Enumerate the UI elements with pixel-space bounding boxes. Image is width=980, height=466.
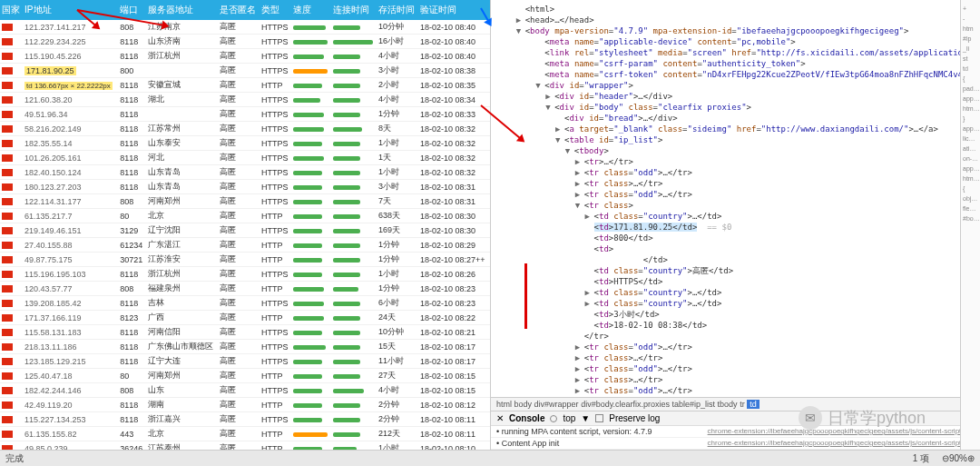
dom-node[interactable]: ▼<div id="wrapper"> [496,80,980,91]
col-header[interactable]: 连接时间 [331,0,377,20]
table-row[interactable]: 58.216.202.1498118江苏常州高匿HTTPS8天18-02-10 … [0,122,490,136]
table-row[interactable]: 121.60.38.208118湖北高匿HTTPS4小时18-02-10 08:… [0,93,490,107]
crumb-item[interactable]: html [496,400,512,409]
dom-node[interactable]: ▼<div id="body" class="clearfix proxies"… [496,102,980,113]
dom-node[interactable]: </tr> [496,331,980,342]
table-row[interactable]: 139.208.185.428118吉林高匿HTTPS6小时18-02-10 0… [0,296,490,311]
dom-node[interactable]: ▶<tr class="odd">…</tr> [496,189,980,200]
dom-node[interactable]: <td>3小时</td> [496,309,980,320]
table-row[interactable]: 49.85.0.23936246江苏泰州高匿HTTP1小时18-02-10 08… [0,441,490,451]
table-row[interactable]: 171.37.166.1198123广西高匿HTTP24天18-02-10 08… [0,311,490,325]
dom-node[interactable]: <td>HTTPS</td> [496,276,980,287]
dom-node[interactable]: <td> [496,243,980,254]
styles-sidebar[interactable]: +-htm#ip_listtd{pad…app…htm…}app…lic…ati… [960,0,980,450]
crumb-item[interactable]: body [514,400,533,409]
col-header[interactable]: 国家 [0,0,23,20]
style-token: app… [963,164,978,174]
dom-node[interactable]: </td> [496,254,980,265]
col-header[interactable]: 速度 [291,0,331,20]
dom-node[interactable]: ▶<td class="country">…</td> [496,211,980,222]
col-header[interactable]: 是否匿名 [218,0,260,20]
col-header[interactable]: 验证时间 [418,0,490,20]
table-row[interactable]: 115.196.195.1038118浙江杭州高匿HTTPS1小时18-02-1… [0,267,490,282]
console-close-icon[interactable]: ✕ [496,413,504,423]
crumb-item[interactable]: td [747,400,760,409]
dom-node[interactable]: ▶<tr class="odd">…</tr> [496,363,980,374]
dom-node[interactable]: <html> [496,4,980,15]
table-row[interactable]: 27.40.155.8861234广东湛江高匿HTTP1分钟18-02-10 0… [0,238,490,253]
table-row[interactable]: 171.81.90.25800高匿HTTPS3小时18-02-10 08:38 [0,64,490,78]
dom-node[interactable]: <meta name="csrf-param" content="authent… [496,58,980,69]
col-header[interactable]: IP地址 [23,0,118,20]
crumb-item[interactable]: div#wrapper [534,400,579,409]
dom-node[interactable]: ▶<tr class="odd">…</tr> [496,167,980,178]
crumb-item[interactable]: div#body.clearfix.proxies [581,400,670,409]
crumb-item[interactable]: tr [740,400,745,409]
table-row[interactable]: 122.114.31.177808河南郑州高匿HTTPS7天18-02-10 0… [0,194,490,209]
crumb-item[interactable]: table#ip_list [672,400,716,409]
table-row[interactable]: 182.35.55.148118山东泰安高匿HTTPS1小时18-02-10 0… [0,136,490,151]
dom-tree[interactable]: <html> ▶<head>…</head> ▼<body mpa-versio… [491,0,980,397]
table-row[interactable]: 61.135.155.82443北京高匿HTTP212天18-02-10 08:… [0,427,490,441]
conn-bar [333,142,360,146]
dom-node[interactable]: ▶<div id="header">…</div> [496,91,980,102]
dom-node[interactable]: ▶<head>…</head> [496,15,980,25]
dom-node[interactable]: ▶<td class="country">…</td> [496,287,980,298]
dom-node[interactable]: ▶<tr class="odd">…</tr> [496,385,980,396]
table-row[interactable]: 182.42.244.146808山东高匿HTTPS4小时18-02-10 08… [0,383,490,398]
zoom-in-icon[interactable]: ⊕ [967,453,975,463]
flag-icon [2,67,13,74]
table-row[interactable]: td 136.667px × 22.2222px8118安徽宣城高匿HTTP2小… [0,78,490,93]
table-row[interactable]: 120.43.57.77808福建泉州高匿HTTP1分钟18-02-10 08:… [0,282,490,296]
dom-node[interactable]: <td>800</td> [496,233,980,243]
zoom-out-icon[interactable]: ⊖ [942,453,949,463]
flag-icon [2,213,13,220]
filter-dropdown[interactable]: ▼ [581,413,590,423]
table-row[interactable]: 101.26.205.1618118河北高匿HTTPS1天18-02-10 08… [0,151,490,165]
table-row[interactable]: 49.87.75.17530721江苏淮安高匿HTTP1分钟18-02-10 0… [0,253,490,267]
dom-node[interactable]: ▶<a target="_blank" class="sideimg" href… [496,124,980,134]
dom-node[interactable]: ▶<tr class>…</tr> [496,374,980,385]
breadcrumb[interactable]: html body div#wrapper div#body.clearfix.… [491,397,980,411]
dom-node[interactable]: <td>171.81.90.25</td> == $0 [496,222,980,233]
clear-console-icon[interactable] [550,415,557,422]
context-top[interactable]: top [563,413,575,423]
col-header[interactable]: 存活时间 [377,0,418,20]
table-row[interactable]: 42.49.119.208118湖南高匿HTTP2分钟18-02-10 08:1… [0,398,490,412]
dom-node[interactable]: ▶<tr class="odd">…</tr> [496,342,980,352]
col-header[interactable]: 服务器地址 [146,0,218,20]
table-row[interactable]: 125.40.47.1880河南郑州高匿HTTP27天18-02-10 08:1… [0,369,490,383]
dom-node[interactable]: ▼<table id="ip_list"> [496,134,980,145]
console-row[interactable]: • Content App initchrome-extension://ibe… [491,438,980,450]
dom-node[interactable]: ▶<td class="country">…</td> [496,298,980,309]
dom-node[interactable]: <meta name="csrf-token" content="nD4xrFE… [496,69,980,80]
table-row[interactable]: 49.51.96.348118高匿HTTPS1分钟18-02-10 08:33 [0,107,490,122]
table-row[interactable]: 180.123.27.2038118山东青岛高匿HTTPS3小时18-02-10… [0,180,490,194]
preserve-log-checkbox[interactable] [595,414,603,422]
table-row[interactable]: 219.149.46.1513129辽宁沈阳高匿HTTPS169天18-02-1… [0,223,490,238]
table-row[interactable]: 218.13.11.1868118广东佛山市顺德区高匿HTTPS15天18-02… [0,340,490,354]
speed-bar [293,214,322,219]
table-row[interactable]: 112.229.234.2258118山东济南高匿HTTPS16小时18-02-… [0,35,490,49]
dom-node[interactable]: <div id="bread">…</div> [496,113,980,124]
table-row[interactable]: 121.237.141.217808江苏南京高匿HTTPS10分钟18-02-1… [0,20,490,35]
console-row[interactable]: • running MPA content script, version: 4… [491,426,980,438]
dom-node[interactable]: ▶<tr class>…</tr> [496,178,980,189]
dom-node[interactable]: ▶<tr>…</tr> [496,156,980,167]
dom-node[interactable]: ▶<tr class>…</tr> [496,352,980,363]
dom-node[interactable]: <td>18-02-10 08:38</td> [496,320,980,331]
table-row[interactable]: 115.58.131.1838118河南信阳高匿HTTPS10分钟18-02-1… [0,325,490,340]
table-row[interactable]: 182.40.150.1248118山东青岛高匿HTTPS1小时18-02-10… [0,165,490,180]
dom-node[interactable]: <link rel="stylesheet" media="screen" hr… [496,47,980,58]
col-header[interactable]: 类型 [260,0,291,20]
table-row[interactable]: 115.190.45.2268118浙江杭州高匿HTTPS4小时18-02-10… [0,49,490,64]
dom-node[interactable]: ▼<tbody> [496,145,980,156]
dom-node[interactable]: <meta name="applicable-device" content="… [496,36,980,47]
crumb-item[interactable]: tbody [718,400,738,409]
dom-node[interactable]: ▼<body mpa-version="4.7.9" mpa-extension… [496,25,980,36]
dom-node[interactable]: ▼<tr class> [496,200,980,211]
table-row[interactable]: 123.185.129.2158118辽宁大连高匿HTTPS11小时18-02-… [0,354,490,369]
table-row[interactable]: 61.135.217.780北京高匿HTTP638天18-02-10 08:30 [0,209,490,223]
table-row[interactable]: 115.227.134.2538118浙江嘉兴高匿HTTPS2分钟18-02-1… [0,412,490,427]
dom-node[interactable]: <td class="country">高匿</td> [496,265,980,276]
